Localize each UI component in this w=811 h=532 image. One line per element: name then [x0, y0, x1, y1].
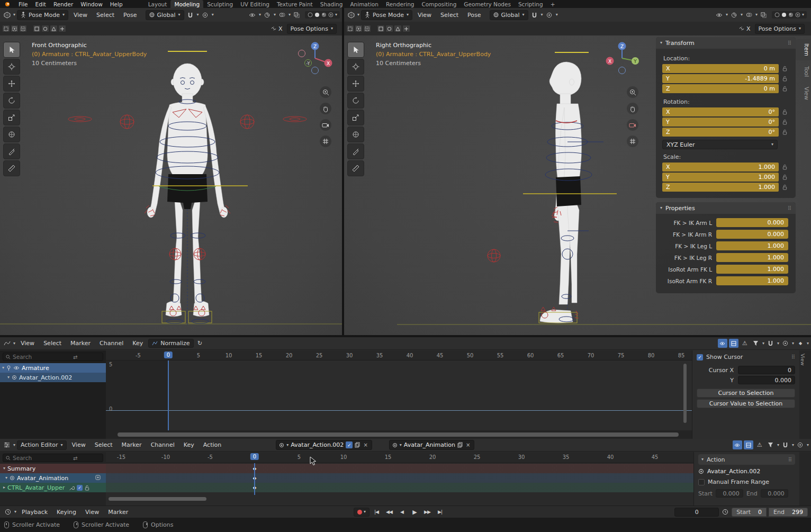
lock-icon[interactable] [779, 86, 790, 92]
playhead-line[interactable] [254, 463, 255, 495]
editor-type-3dview-icon[interactable] [346, 11, 356, 20]
expand-icon[interactable]: ▾ [2, 366, 4, 370]
overlays-chevron-icon[interactable]: ▾ [755, 13, 758, 17]
key-type-icon[interactable]: ◆ [796, 339, 805, 348]
pan-hand-icon[interactable] [320, 103, 331, 114]
scale-x-field[interactable]: X1.000 [662, 163, 779, 172]
dope-row-summary[interactable]: ▾ Summary [0, 464, 693, 473]
key-type-chevron-icon[interactable]: ▾ [807, 341, 809, 346]
auto-keying-toggle[interactable]: ▾ [354, 508, 370, 517]
nav-gizmo-left[interactable]: Z X -Y [298, 41, 332, 76]
gizmos-chevron-icon[interactable]: ▾ [274, 13, 276, 17]
auto-snap-chevron-icon[interactable]: ▾ [777, 341, 779, 346]
menu-select-right[interactable]: Select [437, 12, 462, 19]
property-slider[interactable]: 1.000 [716, 265, 788, 274]
workspace-tab-animation[interactable]: Animation [346, 1, 382, 7]
menu-edit[interactable]: Edit [32, 1, 50, 7]
channel-enable-checkbox[interactable]: ✓ [77, 485, 83, 491]
show-object-types-chevron-icon[interactable]: ▾ [259, 13, 261, 17]
editor-type-3dview-icon[interactable] [2, 11, 12, 20]
filter-funnel-icon[interactable] [766, 440, 776, 449]
workspace-tab-texture-paint[interactable]: Texture Paint [273, 1, 317, 7]
gizmos-chevron-icon[interactable]: ▾ [741, 13, 743, 17]
cursor-value-to-selection-button[interactable]: Cursor Value to Selection [697, 399, 795, 408]
normalize-toggle[interactable]: Normalize [148, 339, 193, 348]
frame-start-field[interactable]: Start 0 [732, 508, 767, 517]
dope-ruler[interactable]: -15 -10 -5 5 10 15 20 25 30 35 40 45 0 [106, 452, 693, 463]
next-keyframe-button[interactable]: ▶▶ [421, 507, 433, 517]
dope-menu-key[interactable]: Key [180, 441, 198, 448]
select-tool-option-2-icon[interactable] [41, 25, 49, 32]
browse-chevron-icon[interactable]: ▾ [400, 443, 402, 447]
menu-help[interactable]: Help [106, 1, 127, 7]
avatar-front-view[interactable] [0, 35, 342, 335]
xray-toggle-icon[interactable] [292, 11, 302, 20]
proportional-edit-icon[interactable] [545, 11, 554, 20]
select-mode-subtract-icon[interactable] [363, 25, 371, 32]
play-button[interactable]: ▶ [409, 507, 420, 517]
action-datablock-1[interactable]: ▾ Avatar_Action.002 ✓ × [276, 440, 372, 450]
filter-chevron-icon[interactable]: ▾ [762, 341, 764, 346]
blender-logo-icon[interactable] [0, 2, 15, 7]
rotation-x-field[interactable]: X0° [662, 107, 779, 116]
editor-type-graph-icon[interactable] [2, 339, 12, 348]
show-only-selected-icon[interactable] [718, 339, 727, 348]
workspace-tab-geometry-nodes[interactable]: Geometry Nodes [460, 1, 515, 7]
graph-menu-select[interactable]: Select [40, 340, 65, 347]
add-workspace-button[interactable]: + [547, 1, 559, 7]
select-tool-option-2-icon[interactable] [385, 25, 393, 32]
workspace-tab-rendering[interactable]: Rendering [382, 1, 418, 7]
property-slider[interactable]: 0.000 [716, 218, 788, 227]
show-hidden-icon[interactable] [729, 339, 738, 348]
mode-select-left[interactable]: Pose Mode ▾ [17, 10, 68, 20]
auto-snap-icon[interactable] [766, 339, 776, 348]
new-action-copy-icon[interactable] [457, 442, 463, 448]
select-tool-option-4-icon[interactable] [402, 25, 410, 32]
location-z-field[interactable]: Z0 m [662, 84, 779, 93]
workspace-tab-scripting[interactable]: Scripting [515, 1, 547, 7]
select-mode-extend-icon[interactable] [355, 25, 363, 32]
lock-icon[interactable] [779, 76, 790, 82]
menu-file[interactable]: File [15, 1, 32, 7]
dope-mode-dropdown[interactable]: Action Editor ▾ [17, 440, 67, 450]
editor-type-chevron-icon[interactable]: ▾ [357, 13, 359, 17]
show-errors-icon[interactable]: ⚠ [755, 440, 764, 449]
workspace-tab-layout[interactable]: Layout [145, 1, 171, 7]
action-name[interactable]: Avatar_Action.002 [291, 441, 344, 448]
snap-chevron-icon[interactable]: ▾ [541, 13, 543, 17]
mode-select-right[interactable]: Pose Mode ▾ [361, 10, 412, 20]
select-tool-option-4-icon[interactable] [58, 25, 66, 32]
proportional-edit-icon[interactable] [201, 11, 210, 20]
zoom-icon[interactable] [627, 86, 638, 98]
cursor-x-field[interactable]: 0 [738, 366, 795, 374]
property-slider[interactable]: 0.000 [716, 230, 788, 239]
menu-window[interactable]: Window [77, 1, 106, 7]
auto-snap-chevron-icon[interactable]: ▾ [792, 443, 794, 447]
play-reverse-button[interactable]: ◀ [396, 507, 408, 517]
sidebar-tab-tool[interactable]: Tool [796, 62, 811, 81]
graph-menu-marker[interactable]: Marker [67, 340, 94, 347]
proportional-chevron-icon[interactable]: ▾ [556, 13, 558, 17]
filter-funnel-icon[interactable] [751, 339, 761, 348]
properties-panel-header[interactable]: ▾ Properties ⠿ [656, 202, 796, 214]
action-name[interactable]: Avatar_Animation [404, 441, 455, 448]
show-object-types-icon[interactable] [248, 11, 257, 20]
normalize-refresh-icon[interactable]: ↻ [195, 339, 205, 348]
dope-search-input[interactable] [13, 455, 71, 461]
menu-render[interactable]: Render [50, 1, 77, 7]
select-tool-option-3-icon[interactable] [394, 25, 402, 32]
select-mode-set-icon[interactable] [346, 25, 354, 32]
property-slider[interactable]: 1.000 [716, 276, 788, 285]
proportional-chevron-icon[interactable]: ▾ [212, 13, 214, 17]
workspace-tab-sculpting[interactable]: Sculpting [203, 1, 237, 7]
prev-keyframe-button[interactable]: ◀◀ [383, 507, 395, 517]
viewport-left-canvas[interactable]: Front Orthographic (0) Armature : CTRL_A… [0, 35, 342, 335]
expand-icon[interactable]: ▾ [3, 466, 5, 471]
x-mirror-label[interactable]: X [278, 25, 283, 32]
sidebar-action-name[interactable]: Avatar_Action.002 [707, 468, 760, 475]
select-mode-set-icon[interactable] [2, 25, 10, 32]
auto-snap-icon[interactable] [781, 440, 790, 449]
workspace-tab-shading[interactable]: Shading [317, 1, 347, 7]
panel-grip-icon[interactable]: ⠿ [788, 40, 791, 46]
grid-ortho-icon[interactable] [627, 136, 638, 147]
